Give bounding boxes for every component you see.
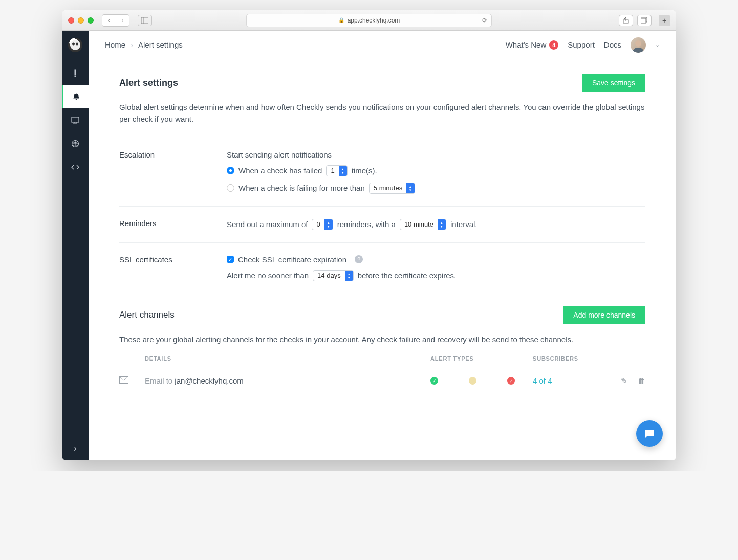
subscribers-link[interactable]: 4 of 4 (533, 376, 552, 385)
chat-widget[interactable] (636, 420, 663, 447)
traffic-lights (68, 17, 94, 24)
stepper-icon (324, 219, 333, 230)
content-area: Home › Alert settings What's New 4 Suppo… (89, 31, 676, 460)
escalation-radio-duration[interactable] (227, 184, 234, 192)
ssl-check-checkbox[interactable]: ✓ (227, 256, 234, 263)
titlebar-right: + (619, 15, 670, 26)
support-link[interactable]: Support (568, 40, 595, 49)
escalation-option-1: When a check has failed 1 time(s). (227, 165, 645, 176)
channel-alert-types: ✓ ✓ (430, 367, 533, 395)
channel-target: jan@checklyhq.com (175, 376, 243, 385)
reminders-mid: reminders, with a (337, 220, 396, 229)
tabs-button[interactable] (637, 15, 652, 26)
maximize-window-button[interactable] (88, 17, 94, 24)
stepper-icon (438, 219, 446, 230)
app-logo[interactable] (68, 38, 82, 52)
delete-icon[interactable]: 🗑 (638, 376, 645, 386)
page-description: Global alert settings determine when and… (119, 101, 645, 125)
col-subscribers: SUBSCRIBERS (533, 350, 604, 367)
channels-title: Alert channels (119, 310, 175, 320)
topbar-right: What's New 4 Support Docs ⌄ (506, 37, 660, 53)
refresh-icon[interactable]: ⟳ (482, 17, 487, 24)
save-settings-button[interactable]: Save settings (582, 74, 645, 92)
ssl-section: SSL certificates ✓ Check SSL certificate… (119, 242, 645, 294)
close-window-button[interactable] (68, 17, 74, 24)
escalation-option-2: When a check is failing for more than 5 … (227, 183, 645, 194)
channels-table: DETAILS ALERT TYPES SUBSCRIBERS (119, 350, 645, 395)
stepper-icon (339, 166, 347, 176)
escalation-opt2-pre: When a check is failing for more than (238, 184, 365, 192)
avatar[interactable] (631, 37, 646, 53)
svg-point-7 (76, 43, 78, 46)
app-root: › Home › Alert settings What's New 4 Sup… (62, 31, 676, 460)
reminders-interval-select[interactable]: 10 minute (400, 219, 446, 230)
docs-link[interactable]: Docs (604, 40, 621, 49)
reminders-label: Reminders (119, 219, 227, 230)
sidebar-expand-button[interactable]: › (62, 437, 89, 460)
minimize-window-button[interactable] (78, 17, 84, 24)
stepper-icon (345, 271, 353, 281)
channel-details: Email to jan@checklyhq.com (145, 367, 430, 395)
escalation-section: Escalation Start sending alert notificat… (119, 138, 645, 206)
escalation-label: Escalation (119, 150, 227, 194)
sidebar-item-dashboards[interactable] (62, 108, 89, 132)
alert-type-failure-icon: ✓ (507, 377, 515, 385)
page-header: Alert settings Save settings (119, 74, 645, 92)
share-button[interactable] (619, 15, 633, 26)
breadcrumb-current: Alert settings (138, 40, 183, 49)
add-channels-button[interactable]: Add more channels (563, 306, 645, 324)
edit-icon[interactable]: ✎ (621, 376, 627, 386)
escalation-opt1-post: time(s). (352, 166, 377, 175)
col-details: DETAILS (145, 350, 430, 367)
svg-point-15 (635, 40, 641, 47)
svg-rect-10 (72, 117, 79, 122)
lock-icon: 🔒 (338, 17, 344, 23)
breadcrumb-home[interactable]: Home (105, 40, 125, 49)
escalation-failed-count-select[interactable]: 1 (326, 165, 347, 176)
channels-header: Alert channels Add more channels (119, 306, 645, 324)
svg-rect-0 (141, 17, 148, 24)
reminders-post: interval. (450, 220, 477, 229)
back-button[interactable]: ‹ (102, 15, 116, 26)
sidebar-item-alert-settings[interactable] (62, 85, 89, 108)
browser-window: ‹ › 🔒 app.checklyhq.com ⟳ + (62, 10, 676, 460)
channel-type-prefix: Email to (145, 376, 175, 385)
url-bar[interactable]: 🔒 app.checklyhq.com ⟳ (246, 14, 492, 27)
browser-titlebar: ‹ › 🔒 app.checklyhq.com ⟳ + (62, 10, 676, 31)
nav-buttons: ‹ › (102, 14, 129, 27)
new-tab-button[interactable]: + (659, 15, 670, 26)
col-alert-types: ALERT TYPES (430, 350, 533, 367)
page-title: Alert settings (119, 78, 178, 88)
svg-rect-4 (641, 18, 646, 23)
sidebar-item-global[interactable] (62, 132, 89, 155)
svg-rect-9 (75, 76, 76, 77)
breadcrumb: Home › Alert settings (105, 40, 183, 49)
whats-new-label: What's New (506, 40, 547, 49)
reminders-count-select[interactable]: 0 (312, 219, 333, 230)
forward-button[interactable]: › (116, 15, 129, 26)
alert-type-degraded-icon (469, 377, 476, 385)
url-text: app.checklyhq.com (348, 17, 400, 24)
escalation-radio-failed[interactable] (227, 167, 234, 174)
sidebar: › (62, 31, 89, 460)
account-chevron-icon[interactable]: ⌄ (655, 41, 660, 48)
sidebar-item-code[interactable] (62, 155, 89, 179)
escalation-duration-select[interactable]: 5 minutes (369, 183, 415, 194)
reminders-section: Reminders Send out a maximum of 0 remind… (119, 206, 645, 242)
sidebar-item-alerts[interactable] (62, 61, 89, 85)
help-icon[interactable]: ? (355, 255, 363, 263)
escalation-intro: Start sending alert notifications (227, 150, 645, 159)
chevron-right-icon: › (131, 40, 133, 49)
ssl-check-label: Check SSL certificate expiration (238, 255, 346, 264)
svg-rect-8 (75, 70, 76, 75)
email-icon (119, 376, 128, 385)
table-row: Email to jan@checklyhq.com ✓ ✓ 4 of 4 (119, 367, 645, 395)
whats-new-link[interactable]: What's New 4 (506, 40, 559, 50)
reminders-pre: Send out a maximum of (227, 220, 308, 229)
ssl-days-select[interactable]: 14 days (313, 270, 354, 281)
svg-point-5 (70, 40, 80, 50)
topbar: Home › Alert settings What's New 4 Suppo… (89, 31, 676, 59)
sidebar-toggle-button[interactable] (138, 15, 152, 26)
ssl-label: SSL certificates (119, 255, 227, 281)
alert-type-success-icon: ✓ (430, 377, 438, 385)
